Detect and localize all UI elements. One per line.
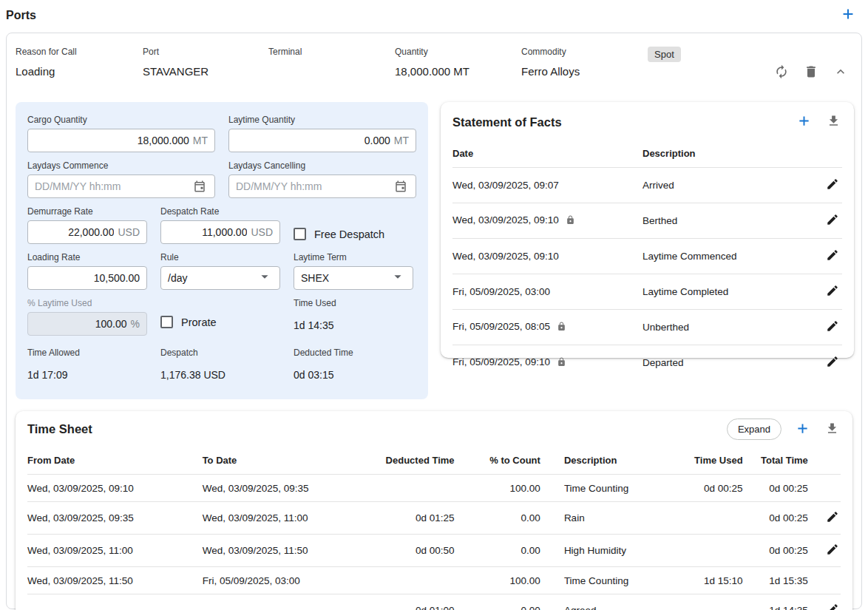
- pencil-icon: [826, 284, 839, 299]
- laytime-term-label: Laytime Term: [294, 252, 413, 262]
- time-used-stat: Time Used 1d 14:35: [294, 298, 336, 336]
- chevron-up-icon: [833, 64, 848, 81]
- edit-sof-row-button[interactable]: [824, 176, 841, 194]
- export-timesheet-button[interactable]: [824, 420, 841, 439]
- expand-button[interactable]: Expand: [727, 418, 781, 440]
- demurrage-rate-input[interactable]: [35, 226, 114, 238]
- deducted-time-label: Deducted Time: [294, 348, 413, 358]
- commodity-field: Commodity Ferro Alloys: [521, 47, 648, 78]
- page-title: Ports: [6, 9, 36, 22]
- lock-icon: [557, 358, 566, 369]
- pct-laytime-used-input-box: %: [27, 312, 147, 336]
- time-allowed-label: Time Allowed: [27, 348, 147, 358]
- cargo-quantity-input-box: MT: [27, 129, 215, 152]
- loading-rate-input[interactable]: [35, 272, 140, 284]
- prorate-checkbox[interactable]: [160, 316, 173, 328]
- free-despatch-checkbox[interactable]: [294, 228, 306, 240]
- ts-time-used: 0d 00:25: [670, 475, 742, 502]
- sof-table: Date Description Wed, 03/09/2025, 09:07 …: [452, 139, 842, 380]
- plus-icon: [796, 113, 812, 131]
- table-row: Fri, 05/09/2025, 08:05 Unberthed: [452, 310, 842, 345]
- ts-total: 1d 14:35: [743, 594, 808, 610]
- despatch-rate-input[interactable]: [168, 226, 247, 238]
- ts-description: Agreed: [540, 594, 670, 610]
- ts-description: Time Counting: [540, 475, 670, 502]
- laytime-term-value: SHEX: [301, 272, 329, 284]
- export-sof-button[interactable]: [825, 112, 842, 132]
- reason-for-call-label: Reason for Call: [16, 47, 143, 57]
- loading-rate-label: Loading Rate: [27, 252, 147, 262]
- pencil-icon: [826, 177, 839, 193]
- calendar-icon[interactable]: [191, 178, 208, 194]
- add-sof-event-button[interactable]: [795, 112, 813, 132]
- pencil-icon: [826, 603, 839, 610]
- edit-sof-row-button[interactable]: [824, 211, 841, 230]
- table-row: 0d 01:00 0.00 Agreed 1d 14:35: [27, 594, 841, 610]
- collapse-port-button[interactable]: [832, 63, 850, 83]
- table-row: Wed, 03/09/2025, 09:10 Laytime Commenced: [452, 239, 842, 274]
- contract-type: Spot: [648, 47, 681, 62]
- despatch-label: Despatch: [160, 348, 280, 358]
- pencil-icon: [826, 510, 839, 526]
- cargo-quantity-input[interactable]: [35, 135, 189, 146]
- despatch-rate-field: Despatch Rate USD: [160, 206, 280, 244]
- loading-rate-input-box: [27, 266, 147, 290]
- edit-sof-row-button[interactable]: [824, 247, 841, 265]
- ts-pct: 0.00: [455, 594, 540, 610]
- plus-icon: [840, 6, 856, 24]
- recalculate-button[interactable]: [773, 63, 790, 83]
- table-row: Wed, 03/09/2025, 09:10 Berthed: [452, 203, 842, 239]
- time-sheet-title: Time Sheet: [27, 422, 92, 436]
- laytime-quantity-label: Laytime Quantity: [228, 115, 416, 125]
- laytime-term-select[interactable]: SHEX: [294, 266, 413, 290]
- despatch-rate-label: Despatch Rate: [160, 206, 280, 217]
- ts-col-pct-to-count: % to Count: [455, 446, 540, 475]
- add-timesheet-row-button[interactable]: [793, 419, 812, 440]
- table-row: Wed, 03/09/2025, 11:50 Fri, 05/09/2025, …: [27, 567, 841, 594]
- sof-date: Fri, 05/09/2025, 08:05: [452, 321, 550, 332]
- statement-of-facts-card: Statement of Facts Date: [441, 102, 854, 358]
- sof-date: Fri, 05/09/2025, 09:10: [452, 356, 550, 367]
- add-port-button[interactable]: [838, 4, 858, 26]
- laytime-quantity-input[interactable]: [236, 135, 390, 146]
- table-row: Wed, 03/09/2025, 11:00 Wed, 03/09/2025, …: [27, 535, 841, 567]
- ts-deducted: 0d 01:25: [380, 502, 454, 535]
- pct-laytime-used-label: % Laytime Used: [27, 298, 147, 308]
- pencil-icon: [826, 319, 839, 335]
- laydays-cancelling-input[interactable]: [236, 180, 393, 192]
- time-sheet-table: From Date To Date Deducted Time % to Cou…: [27, 446, 841, 610]
- edit-sof-row-button[interactable]: [824, 318, 841, 336]
- ts-total: 0d 00:25: [743, 502, 808, 535]
- edit-timesheet-row-button[interactable]: [824, 601, 841, 610]
- demurrage-rate-unit: USD: [118, 226, 140, 238]
- lock-icon: [557, 322, 566, 333]
- edit-timesheet-row-button[interactable]: [824, 509, 841, 527]
- laytime-calc-panel: Cargo Quantity MT Laytime Quantity MT: [16, 102, 428, 399]
- despatch-value: 1,176.38 USD: [160, 369, 280, 381]
- edit-timesheet-row-button[interactable]: [824, 541, 841, 560]
- ts-deducted: [380, 475, 454, 502]
- calendar-icon[interactable]: [393, 178, 409, 194]
- table-row: Fri, 05/09/2025, 03:00 Laytime Completed: [452, 274, 842, 310]
- time-sheet-header: Time Sheet Expand: [27, 418, 841, 440]
- edit-sof-row-button[interactable]: [824, 282, 841, 301]
- ts-col-to-date: To Date: [203, 446, 381, 475]
- deducted-time-value: 0d 03:15: [294, 369, 413, 381]
- table-row: Wed, 03/09/2025, 09:07 Arrived: [452, 168, 842, 203]
- edit-sof-row-button[interactable]: [824, 353, 841, 372]
- ts-to: [203, 594, 381, 610]
- cargo-quantity-unit: MT: [193, 135, 208, 146]
- pencil-icon: [826, 355, 839, 370]
- ts-description: Time Counting: [540, 567, 670, 594]
- rule-select[interactable]: /day: [160, 266, 280, 290]
- delete-port-button[interactable]: [802, 63, 820, 83]
- pct-laytime-used-unit: %: [131, 318, 140, 330]
- laydays-commence-input[interactable]: [35, 180, 191, 192]
- ts-col-time-used: Time Used: [670, 446, 742, 475]
- laydays-cancelling-input-box: [228, 174, 416, 198]
- ts-from: Wed, 03/09/2025, 11:00: [27, 535, 203, 567]
- port-label: Port: [143, 47, 268, 57]
- quantity-value: 18,000.000 MT: [395, 65, 521, 78]
- pencil-icon: [826, 543, 839, 558]
- caret-down-icon: [257, 268, 273, 288]
